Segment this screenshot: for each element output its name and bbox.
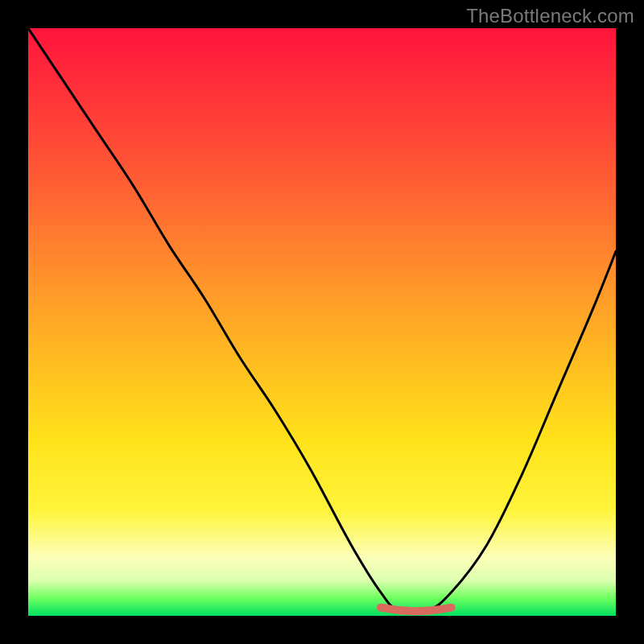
- plot-area: [28, 28, 616, 616]
- chart-frame: TheBottleneck.com: [0, 0, 644, 644]
- bottleneck-curve: [28, 28, 616, 613]
- valley-marker: [381, 608, 452, 612]
- watermark-text: TheBottleneck.com: [466, 5, 634, 27]
- curve-layer: [28, 28, 616, 616]
